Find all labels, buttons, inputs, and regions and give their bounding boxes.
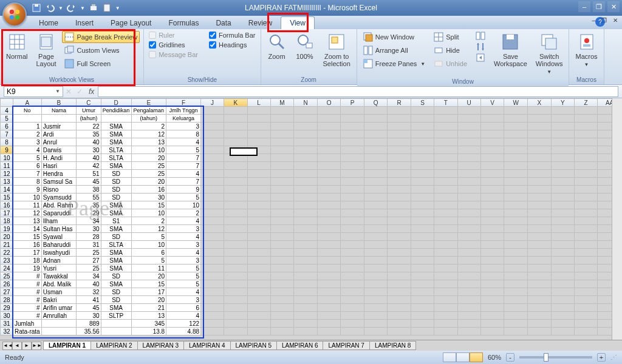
col-header-Z[interactable]: Z — [574, 99, 597, 107]
view-side-by-side-icon[interactable] — [476, 31, 485, 41]
sheet-tab[interactable]: LAMPIRAN 6 — [276, 341, 323, 350]
cell[interactable]: 45 — [77, 304, 101, 312]
row-header[interactable]: 24 — [1, 265, 13, 272]
macros-button[interactable]: Macros▼ — [573, 31, 600, 70]
row-header[interactable]: 27 — [1, 288, 13, 296]
col-header-E[interactable]: E — [131, 99, 166, 107]
zoom-out-button[interactable]: - — [506, 353, 514, 362]
cell[interactable]: Arifin umar — [41, 304, 76, 312]
cell[interactable]: 10 — [131, 241, 166, 249]
cell[interactable]: Abd. Malik — [41, 280, 76, 288]
new-window-button[interactable]: New Window — [361, 31, 428, 43]
cell[interactable]: # — [13, 304, 41, 312]
tab-nav-next[interactable]: ► — [22, 342, 32, 350]
cell[interactable]: Bakri — [41, 296, 76, 304]
cell[interactable]: 35.56 — [77, 328, 101, 335]
cell[interactable]: Syawal — [41, 233, 76, 241]
cell[interactable]: Saparuddi — [41, 209, 76, 217]
mdi-minimize[interactable]: – — [590, 17, 597, 24]
row-header[interactable]: 15 — [1, 194, 13, 201]
cell[interactable]: 4 — [166, 170, 201, 178]
row-header[interactable]: 9 — [1, 146, 13, 154]
col-header-Q[interactable]: Q — [364, 99, 388, 107]
cell[interactable]: 35 — [77, 130, 101, 138]
cell[interactable]: 889 — [77, 320, 101, 328]
cell[interactable]: 38 — [77, 186, 101, 194]
mdi-close[interactable]: ✕ — [611, 17, 620, 24]
tab-data[interactable]: Data — [207, 17, 239, 29]
message-bar-checkbox[interactable]: Message Bar — [148, 50, 199, 59]
row-header[interactable]: 17 — [1, 209, 13, 217]
cell[interactable]: SMA — [101, 201, 131, 209]
cell[interactable]: 34 — [77, 272, 101, 280]
office-button[interactable] — [2, 2, 27, 27]
cell[interactable]: 9 — [13, 186, 41, 194]
cell[interactable]: 28 — [77, 233, 101, 241]
cell[interactable]: 8 — [166, 130, 201, 138]
row-header[interactable]: 31 — [1, 320, 13, 328]
tab-view[interactable]: View — [281, 16, 315, 29]
col-header-B[interactable]: B — [41, 99, 76, 107]
maximize-button[interactable]: ❐ — [593, 1, 605, 12]
row-header[interactable]: 13 — [1, 178, 13, 186]
cell[interactable]: SMA — [101, 130, 131, 138]
cell[interactable]: SMA — [101, 162, 131, 170]
cell[interactable]: 15 — [13, 233, 41, 241]
row-header[interactable]: 21 — [1, 241, 13, 249]
cell[interactable]: 30 — [131, 194, 166, 201]
row-header[interactable]: 19 — [1, 225, 13, 233]
new-icon[interactable] — [102, 3, 112, 13]
tab-page-layout[interactable]: Page Layout — [102, 17, 160, 29]
name-box[interactable]: K9▼ — [4, 86, 63, 97]
switch-windows-button[interactable]: Switch Windows▼ — [533, 31, 566, 77]
cell[interactable]: 7 — [13, 170, 41, 178]
cell[interactable]: Samsul Sa — [41, 178, 76, 186]
col-header-X[interactable]: X — [528, 99, 551, 107]
cell[interactable]: 12 — [13, 209, 41, 217]
cell[interactable]: 12 — [131, 225, 166, 233]
row-header[interactable]: 6 — [1, 123, 13, 130]
cell[interactable]: 51 — [77, 170, 101, 178]
cell[interactable]: SMA — [101, 225, 131, 233]
undo-dropdown-icon[interactable]: ▼ — [58, 5, 63, 11]
tab-nav-last[interactable]: ►► — [32, 342, 41, 350]
cell[interactable]: 16 — [13, 241, 41, 249]
cell[interactable]: 5 — [131, 233, 166, 241]
gridlines-checkbox[interactable]: Gridlines — [148, 41, 199, 49]
cell[interactable]: Anrul — [41, 138, 76, 146]
cell[interactable]: # — [13, 272, 41, 280]
cell[interactable]: 13.8 — [131, 328, 166, 335]
cell[interactable]: 1 — [13, 123, 41, 130]
resize-grip-icon[interactable]: ⋰ — [610, 354, 617, 362]
undo-icon[interactable] — [45, 3, 55, 13]
cell[interactable]: 17 — [131, 288, 166, 296]
cell[interactable]: 34 — [77, 217, 101, 225]
cell[interactable]: Tawakkal — [41, 272, 76, 280]
reset-window-icon[interactable] — [476, 53, 485, 62]
row-header[interactable]: 22 — [1, 249, 13, 257]
row-header[interactable]: 20 — [1, 233, 13, 241]
cell[interactable]: 14 — [13, 225, 41, 233]
full-screen-button[interactable]: Full Screen — [62, 58, 140, 70]
view-pagebreak-btn[interactable] — [470, 352, 483, 362]
cell[interactable]: 4 — [166, 217, 201, 225]
cell[interactable]: 20 — [131, 296, 166, 304]
sheet-tab[interactable]: LAMPIRAN 1 — [43, 341, 91, 350]
cell[interactable]: SD — [101, 178, 131, 186]
col-header-C[interactable]: C — [77, 99, 101, 107]
cell[interactable]: 3 — [166, 296, 201, 304]
cell[interactable]: # — [13, 280, 41, 288]
cell[interactable]: SLTP — [101, 312, 131, 320]
cell[interactable]: 55 — [77, 194, 101, 201]
tab-review[interactable]: Review — [240, 17, 281, 29]
cell[interactable]: 3 — [166, 123, 201, 130]
cell[interactable]: SLTA — [101, 146, 131, 154]
cell[interactable]: Rata-rata — [13, 328, 41, 335]
cell[interactable]: Hasri — [41, 162, 76, 170]
cell[interactable]: 30 — [77, 312, 101, 320]
freeze-panes-button[interactable]: Freeze Panes▼ — [361, 58, 428, 70]
cell[interactable]: SLTA — [101, 241, 131, 249]
minimize-button[interactable]: – — [578, 1, 590, 12]
cell[interactable]: 13 — [131, 312, 166, 320]
namebox-dropdown-icon[interactable]: ▼ — [55, 89, 60, 94]
